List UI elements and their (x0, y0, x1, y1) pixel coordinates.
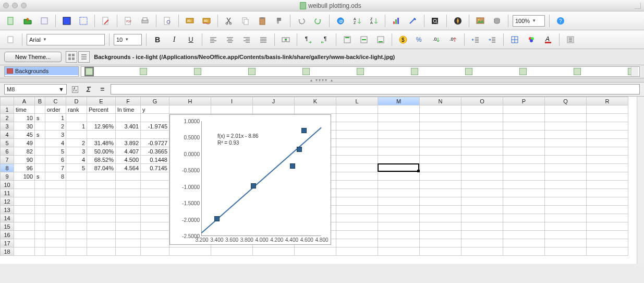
cell-F3[interactable]: 3.401 (116, 122, 141, 131)
cell-B12[interactable] (35, 197, 45, 206)
edit-file-button[interactable] (99, 14, 113, 28)
cell-Q15[interactable] (545, 222, 587, 231)
redo-button[interactable] (311, 14, 325, 28)
format-paintbrush-button[interactable] (272, 14, 286, 28)
cell-B10[interactable] (35, 181, 45, 189)
cell-N10[interactable] (420, 181, 461, 189)
cell-C15[interactable] (45, 222, 66, 231)
sort-desc-button[interactable]: ZA (367, 14, 381, 28)
cell-L16[interactable] (336, 231, 378, 239)
cell-E6[interactable]: 50.00% (87, 147, 116, 156)
cell-M4[interactable] (378, 131, 420, 139)
cell-L6[interactable] (336, 147, 378, 156)
cell-F9[interactable] (116, 172, 141, 181)
cell-O1[interactable] (461, 105, 503, 114)
col-header-K[interactable]: K (295, 97, 336, 105)
export-pdf-button[interactable]: PDF (121, 14, 135, 28)
spellcheck-button[interactable]: ab (183, 14, 197, 28)
cell-G1[interactable]: y (141, 105, 169, 114)
cell-C12[interactable] (45, 197, 66, 206)
cell-G17[interactable] (141, 239, 169, 247)
cell-F18[interactable] (116, 247, 141, 256)
cell-M9[interactable] (378, 172, 420, 181)
cell-E8[interactable]: 87.04% (87, 164, 116, 172)
col-header-D[interactable]: D (66, 97, 87, 105)
cell-O18[interactable] (461, 247, 503, 256)
gallery-thumb[interactable] (302, 68, 310, 75)
row-header-15[interactable]: 15 (1, 222, 14, 231)
cell-L18[interactable] (336, 247, 378, 256)
cell-A18[interactable] (14, 247, 35, 256)
gallery-thumbnails[interactable] (81, 66, 640, 77)
align-justify-button[interactable] (257, 33, 270, 46)
cell-O6[interactable] (461, 147, 503, 156)
cell-D3[interactable]: 1 (66, 122, 87, 131)
cell-E7[interactable]: 68.52% (87, 156, 116, 164)
cell-D5[interactable]: 2 (66, 139, 87, 147)
cell-E3[interactable]: 12.96% (87, 122, 116, 131)
cell-O17[interactable] (461, 239, 503, 247)
cell-M6[interactable] (378, 147, 420, 156)
cell-A1[interactable]: time (14, 105, 35, 114)
cell-F8[interactable]: 4.564 (116, 164, 141, 172)
cell-C9[interactable]: 8 (45, 172, 66, 181)
autospell-button[interactable]: ab (200, 14, 213, 28)
cell-K18[interactable] (295, 247, 336, 256)
corner-cell[interactable] (1, 97, 14, 105)
cell-B16[interactable] (35, 231, 45, 239)
cell-Q10[interactable] (545, 181, 587, 189)
cell-L1[interactable] (336, 105, 378, 114)
cell-M16[interactable] (378, 231, 420, 239)
row-header-14[interactable]: 14 (1, 214, 14, 222)
font-size-combo[interactable]: 10▼ (114, 34, 142, 45)
row-header-5[interactable]: 5 (1, 139, 14, 147)
cell-O2[interactable] (461, 114, 503, 122)
formula-input[interactable] (111, 84, 640, 95)
cell-P11[interactable] (503, 189, 545, 197)
cell-F14[interactable] (116, 214, 141, 222)
align-right-button[interactable] (240, 33, 253, 46)
cell-A4[interactable]: 45 (14, 131, 35, 139)
cell-D13[interactable] (66, 206, 87, 214)
cell-E11[interactable] (87, 189, 116, 197)
cell-O5[interactable] (461, 139, 503, 147)
currency-button[interactable]: $ (396, 33, 410, 46)
cell-E12[interactable] (87, 197, 116, 206)
cell-O11[interactable] (461, 189, 503, 197)
cell-O7[interactable] (461, 156, 503, 164)
add-decimal-button[interactable]: .0 (430, 33, 443, 46)
col-header-P[interactable]: P (503, 97, 545, 105)
cell-G9[interactable] (141, 172, 169, 181)
embedded-chart[interactable]: f(x) = 2.01x - 8.86 R² = 0.93 -2.5000-2.… (169, 114, 331, 245)
cell-P5[interactable] (503, 139, 545, 147)
cell-A8[interactable]: 96 (14, 164, 35, 172)
sort-asc-button[interactable]: AZ (350, 14, 364, 28)
zoom-combo[interactable]: 100%▼ (513, 15, 545, 27)
gallery-thumb[interactable] (194, 68, 201, 75)
col-header-B[interactable]: B (35, 97, 45, 105)
cell-G2[interactable] (141, 114, 169, 122)
borders-button[interactable] (508, 33, 521, 46)
cell-F11[interactable] (116, 189, 141, 197)
cell-M8[interactable] (378, 164, 420, 172)
cell-D2[interactable] (66, 114, 87, 122)
cell-D4[interactable] (66, 131, 87, 139)
cell-Q8[interactable] (545, 164, 587, 172)
row-header-1[interactable]: 1 (1, 105, 14, 114)
cell-L12[interactable] (336, 197, 378, 206)
cell-A17[interactable] (14, 239, 35, 247)
cell-C3[interactable]: 2 (45, 122, 66, 131)
cell-O10[interactable] (461, 181, 503, 189)
cell-N12[interactable] (420, 197, 461, 206)
gallery-thumb[interactable] (248, 68, 256, 75)
cell-I1[interactable] (211, 105, 253, 114)
cell-R14[interactable] (587, 214, 628, 222)
icon-view-button[interactable] (66, 51, 77, 63)
cell-A10[interactable] (14, 181, 35, 189)
cell-G6[interactable]: -0.3665 (141, 147, 169, 156)
cell-Q3[interactable] (545, 122, 587, 131)
row-header-17[interactable]: 17 (1, 239, 14, 247)
row-header-10[interactable]: 10 (1, 181, 14, 189)
row-header-16[interactable]: 16 (1, 231, 14, 239)
cell-M11[interactable] (378, 189, 420, 197)
